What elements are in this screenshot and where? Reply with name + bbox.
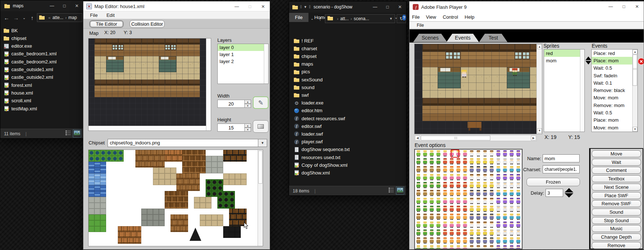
delay-input[interactable] — [546, 189, 563, 197]
scroll-up-icon[interactable]: ▲ — [537, 44, 542, 49]
charset-input[interactable] — [543, 165, 580, 173]
events-scrollbar[interactable]: ▲ ▼ — [632, 49, 637, 132]
address-bar[interactable]: › att... › scena... ▼ — [325, 14, 395, 23]
delete-event-icon[interactable]: ✕ — [638, 58, 644, 65]
stop-sound-button[interactable]: Stop Sound — [592, 217, 641, 224]
address-dropdown-icon[interactable]: ▼ — [389, 17, 393, 21]
maximize-button[interactable]: □ — [381, 1, 394, 12]
file-row[interactable]: editor.exe — [3, 43, 76, 50]
address-bar[interactable]: « atte... › map — [37, 13, 82, 22]
scroll-up-icon[interactable]: ▲ — [633, 49, 637, 54]
remove-button[interactable]: Remove — [592, 242, 641, 249]
list-item[interactable]: Wait: 0.5 — [592, 109, 637, 116]
movie-menu-file[interactable]: File — [409, 23, 424, 28]
delay-down-icon[interactable] — [565, 193, 573, 198]
map-vertical-scrollbar[interactable] — [206, 38, 211, 130]
quickaccess-chevron-icon[interactable]: ▼ — [304, 5, 307, 9]
tab-tile-editor[interactable]: Tile Editor — [89, 20, 124, 28]
file-row[interactable]: dogShow.xml — [293, 169, 367, 176]
file-row[interactable]: castle_bedroom2.xml — [3, 58, 76, 65]
name-input[interactable] — [543, 154, 580, 162]
move-down-icon[interactable] — [585, 61, 591, 65]
sprites-scrollbar[interactable] — [580, 49, 584, 132]
list-item[interactable]: layer 2 — [218, 58, 268, 65]
file-row[interactable]: chipset — [293, 52, 367, 60]
list-item[interactable]: Place: mom — [592, 57, 637, 64]
chipset-combobox[interactable]: chipset/log_indoors.png — [108, 139, 258, 147]
back-icon[interactable]: ← — [2, 15, 11, 21]
maximize-button[interactable]: □ — [617, 1, 630, 11]
file-row[interactable]: sound — [293, 84, 367, 91]
frozen-button[interactable]: Frozen — [527, 178, 580, 186]
height-up-icon[interactable]: ▲ — [245, 124, 251, 128]
move-button[interactable]: Move — [592, 150, 641, 157]
palette-scroll-thumb[interactable] — [258, 151, 262, 184]
list-item[interactable]: Move: mom — [592, 124, 637, 131]
stage-canvas[interactable] — [415, 44, 536, 134]
maximize-button[interactable]: □ — [58, 0, 71, 11]
close-button[interactable]: ✕ — [394, 1, 406, 12]
file-row[interactable]: house.xml — [3, 89, 76, 96]
file-row[interactable]: dogShow sequence.txt — [293, 146, 367, 153]
details-view-icon[interactable] — [389, 188, 394, 194]
thumbnails-view-icon[interactable] — [397, 188, 403, 194]
list-item[interactable]: Remove: mom — [592, 102, 637, 109]
list-item[interactable]: Swf: fadeIn — [592, 72, 637, 79]
scroll-thumb[interactable] — [633, 55, 637, 86]
details-view-icon[interactable] — [65, 130, 71, 136]
comment-button[interactable]: Comment — [592, 167, 641, 174]
scroll-right-icon[interactable]: ▶ — [531, 136, 536, 140]
next-scene-button[interactable]: Next Scene — [592, 184, 641, 191]
file-row[interactable]: forest.xml — [3, 81, 76, 89]
tab-scenes[interactable]: Scenes — [413, 34, 447, 42]
menu-file[interactable]: File — [409, 14, 423, 20]
map-editor-titlebar[interactable]: Map Editor: house1.xml — □ ✕ — [83, 1, 270, 11]
explorer-scenario-titlebar[interactable]: ‖ ▼ ‖ scenario - dogShow — □ ✕ — [289, 1, 406, 12]
wait-button[interactable]: Wait — [592, 159, 641, 166]
scroll-thumb[interactable] — [421, 136, 490, 140]
stage-vertical-scrollbar[interactable]: ▲ ▼ — [536, 44, 542, 134]
file-row[interactable]: BK — [3, 27, 76, 34]
help-icon[interactable]: ? — [402, 15, 406, 21]
pencil-tool-button[interactable]: ✎ — [253, 96, 269, 109]
maximize-button[interactable]: □ — [243, 1, 257, 11]
file-row[interactable]: castle_outside1.xml — [3, 66, 76, 73]
place-swf-button[interactable]: Place SWF — [592, 192, 641, 199]
music-button[interactable]: Music — [592, 225, 641, 232]
tab-events[interactable]: Events — [446, 34, 479, 42]
file-row[interactable]: floader.swf — [293, 130, 367, 137]
scroll-down-icon[interactable]: ▼ — [633, 127, 637, 132]
file-row[interactable]: fplayer.swf — [293, 138, 367, 146]
minimize-button[interactable]: — — [46, 0, 58, 11]
list-item[interactable]: mom — [544, 57, 584, 64]
list-item[interactable]: Place: mom — [592, 117, 637, 124]
file-row[interactable]: charset — [293, 45, 367, 52]
explorer-maps-titlebar[interactable]: maps — □ ✕ — [0, 0, 83, 11]
file-row[interactable]: ⚙loader.exe — [293, 99, 367, 107]
minimize-button[interactable]: — — [604, 1, 617, 11]
file-row[interactable]: ! REF — [293, 37, 367, 44]
file-row[interactable]: scroll.xml — [3, 97, 76, 104]
stage-horizontal-scrollbar[interactable]: ◀ ▶ — [414, 135, 537, 141]
scroll-left-icon[interactable]: ◀ — [415, 136, 420, 140]
delay-stepper[interactable] — [565, 188, 573, 198]
close-button[interactable]: ✕ — [630, 1, 644, 11]
thumbnails-view-icon[interactable] — [74, 130, 80, 136]
file-row[interactable]: castle_bedroom1.xml — [3, 50, 76, 58]
breadcrumb-crumb[interactable]: att... — [340, 16, 349, 21]
recent-locations-icon[interactable]: ⌄ — [21, 16, 27, 20]
file-row[interactable]: Copy of dogShow.xml — [293, 161, 367, 169]
list-item[interactable]: red — [544, 49, 584, 57]
menu-control[interactable]: Control — [439, 14, 461, 20]
map-horizontal-scrollbar[interactable] — [89, 126, 206, 130]
list-item[interactable]: Move: mom — [592, 94, 637, 102]
list-item[interactable]: Remove: black — [592, 87, 637, 94]
file-row[interactable]: sexSound — [293, 76, 367, 83]
close-button[interactable]: ✕ — [257, 1, 270, 11]
file-row[interactable]: resources used.txt — [293, 154, 367, 161]
file-row[interactable]: editor.htm — [293, 107, 367, 114]
file-row[interactable]: chipset — [3, 34, 76, 42]
list-item[interactable]: layer 1 — [218, 51, 268, 58]
list-item[interactable]: layer 0 — [218, 44, 268, 51]
file-row[interactable]: swf — [293, 91, 367, 99]
